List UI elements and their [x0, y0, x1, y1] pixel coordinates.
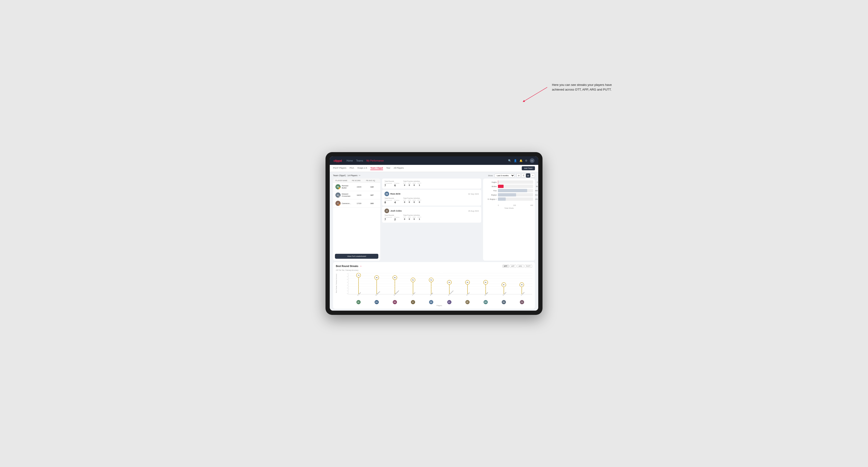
player-name-britt: R. Britt: [429, 295, 434, 296]
nav-performance[interactable]: My Performance: [366, 159, 383, 162]
total-rounds-label: Total Rounds: [384, 197, 399, 199]
view-icons: ⊞ ☰ ▤ ≡: [517, 173, 535, 178]
subnav-tour[interactable]: Tour: [386, 167, 391, 170]
y-ticks: 7 6 5 4 3 2 1 0: [345, 273, 348, 294]
player-card-left-2: JC Josh Coles: [384, 209, 402, 213]
player-cell-1: RB 1 Richard Butler: [335, 184, 352, 189]
player-avatar-2: JC: [384, 209, 389, 213]
player-card-top: Total Rounds Tournament 7 Practice: [382, 179, 481, 189]
player-name-billingham: D. Billingham: [393, 295, 397, 296]
y-tick-6: 6: [347, 276, 348, 277]
putt-val: 0: [417, 201, 421, 203]
search-icon[interactable]: 🔍: [508, 159, 512, 162]
user-avatar[interactable]: U: [530, 158, 534, 163]
view-leaderboard-button[interactable]: View Full Leaderboard: [335, 254, 378, 259]
subnav-links: PGAT Players PGA Hcaps 1-5 Team Clippd T…: [333, 167, 522, 170]
chart-val-pars: 499: [535, 190, 538, 191]
edit-icon[interactable]: ✏: [359, 174, 361, 177]
player-card-1: RB Rees Britt 02 Sep 2023 Total Rounds: [382, 190, 481, 206]
add-team-button[interactable]: Add Team: [522, 166, 535, 170]
two-col-layout: PLAYER NAME PB SCORE PB AVG SQ RB 1: [330, 179, 538, 262]
app-val: 0: [408, 201, 411, 203]
annotation-text: Here you can see streaks your players ha…: [552, 83, 613, 92]
settings-icon[interactable]: ⚙: [525, 159, 527, 162]
chart-row-pars: Pars 499: [485, 189, 533, 192]
y-tick-3: 3: [347, 284, 348, 286]
player-card-name-2: Josh Coles: [390, 210, 402, 212]
logo: clippd: [334, 159, 342, 162]
bottom-title: Best Round Streaks ←: [336, 264, 363, 268]
chart-row-dbogeys: D. Bogeys + 131: [485, 197, 533, 201]
streak-line-billingham: [395, 280, 395, 294]
avatar: EC 2: [335, 192, 341, 198]
player-cell-2: EC 2 Edward Crossman: [335, 192, 352, 198]
nav-teams[interactable]: Teams: [356, 159, 363, 162]
streak-avatar-britt: RB: [429, 300, 433, 304]
team-header: Team Clippd | 14 Players ✏ Show Last 3 m…: [330, 172, 538, 179]
y-tick-5: 5: [347, 279, 348, 280]
grid-line-5: [348, 278, 532, 279]
player-card-2: JC Josh Coles 26 Aug 2023 Total Rounds: [382, 207, 481, 223]
subnav-hcaps[interactable]: Hcaps 1-5: [357, 167, 367, 170]
player-score: 19/20: [352, 186, 366, 188]
player-avg: 103: [366, 203, 378, 205]
player-score: 17/20: [352, 203, 366, 205]
streak-line-ebert: [358, 278, 359, 294]
user-icon[interactable]: 👤: [514, 159, 517, 162]
y-tick-4: 4: [347, 282, 348, 283]
streak-avatar-butler: RB: [502, 300, 506, 304]
chart-bar-bogeys: [498, 193, 516, 196]
arg-val: 0: [412, 201, 415, 203]
best-round-streaks-section: Best Round Streaks ← OTT APP ARG PUTT Of…: [333, 262, 535, 309]
streak-player-britt: 5x: [429, 278, 434, 294]
chart-bar-dbogeys: [498, 197, 506, 201]
player-name-ford: D. Ford: [465, 295, 470, 296]
grid-view-button[interactable]: ⊞: [517, 173, 521, 178]
tournament-val-2: 7: [384, 218, 392, 221]
nav-home[interactable]: Home: [346, 159, 353, 162]
table-view-button[interactable]: ≡: [531, 173, 535, 178]
metric-tab-arg[interactable]: ARG: [517, 264, 524, 268]
player-name-ebert: E. Ebert: [356, 295, 361, 296]
app-val-2: 0: [408, 218, 411, 220]
metric-tab-app[interactable]: APP: [510, 264, 516, 268]
lb-header: PLAYER NAME PB SCORE PB AVG SQ: [333, 179, 380, 183]
team-controls: Show Last 3 months Last 6 months Last 12…: [488, 173, 535, 178]
chart-title: Total Shots: [485, 207, 533, 209]
show-select[interactable]: Last 3 months Last 6 months Last 12 mont…: [495, 174, 515, 178]
show-label: Show: [488, 175, 493, 177]
tablet-screen: clippd Home Teams My Performance 🔍 👤 🔔 ⚙…: [330, 156, 538, 311]
players-label: Players: [346, 305, 532, 306]
rank-badge: 3: [338, 204, 341, 206]
chart-val-dbogeys: 131: [535, 198, 538, 200]
team-name: Team Clippd |: [333, 174, 346, 177]
lb-col-avg: PB AVG SQ: [366, 180, 378, 181]
player-card-date: 02 Sep 2023: [468, 193, 479, 195]
nav-icons: 🔍 👤 🔔 ⚙ U: [508, 158, 534, 163]
chart-val-bogeys: 311: [535, 194, 538, 196]
subnav-pgat[interactable]: PGAT Players: [333, 167, 346, 170]
metric-tab-ott[interactable]: OTT: [502, 264, 509, 268]
streak-avatar-ebert: EE: [356, 300, 361, 304]
metric-tab-putt[interactable]: PUTT: [525, 264, 532, 268]
bell-icon[interactable]: 🔔: [519, 159, 523, 162]
subnav-team-clippd[interactable]: Team Clippd: [370, 167, 383, 170]
player-avg: 110: [366, 186, 378, 188]
streak-avatar-billingham: DB: [393, 300, 397, 304]
tournament-val: 8: [384, 201, 392, 204]
card-view-button[interactable]: ▤: [526, 173, 530, 178]
chart-row-eagles: Eagles 3: [485, 181, 533, 184]
y-tick-1: 1: [347, 290, 348, 291]
streak-avatar-coles: JC: [411, 300, 415, 304]
player-name-mcharg: B. McHarg: [374, 295, 379, 296]
subnav-all-players[interactable]: All Players: [394, 167, 404, 170]
streak-line-britt: [431, 282, 431, 294]
subnav: PGAT Players PGA Hcaps 1-5 Team Clippd T…: [330, 165, 538, 172]
streak-avatar-miller: MM: [484, 300, 488, 304]
team-title: Team Clippd | 14 Players ✏: [333, 174, 361, 177]
list-view-button[interactable]: ☰: [521, 173, 526, 178]
subnav-pga[interactable]: PGA: [349, 167, 354, 170]
streak-bubble-crossman: 4x: [447, 280, 452, 285]
chart-bar-birdies: [498, 185, 503, 188]
streak-bars-container: 7x 6x: [348, 273, 532, 294]
